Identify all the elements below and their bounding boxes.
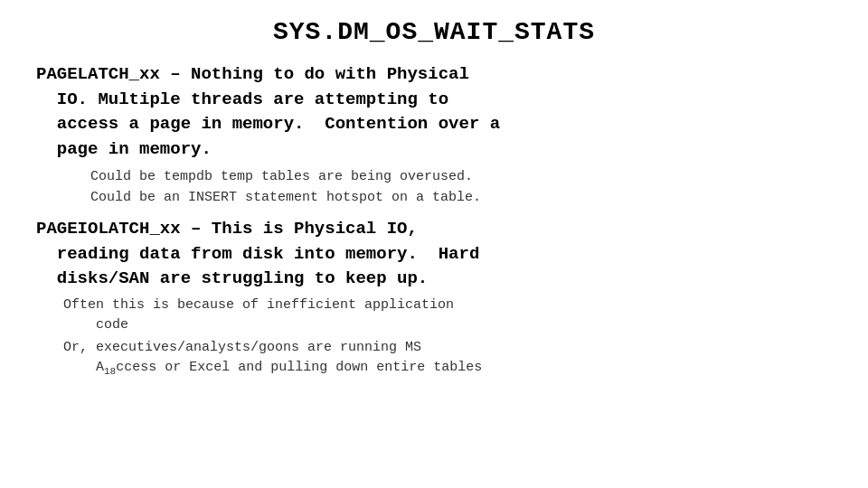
page-number-inline: 18 [104, 366, 116, 377]
pageiolatch-section: PAGEIOLATCH_xx – This is Physical IO, re… [36, 217, 832, 380]
pageiolatch-heading: PAGEIOLATCH_xx – This is Physical IO, re… [36, 217, 832, 292]
pagelatch-sub-1: Could be tempdb temp tables are being ov… [90, 167, 832, 188]
pagelatch-sub-2: Could be an INSERT statement hotspot on … [90, 188, 832, 209]
pageiolatch-sub-2: Or, executives/analysts/goons are runnin… [63, 338, 832, 380]
pagelatch-heading: PAGELATCH_xx – Nothing to do with Physic… [36, 62, 832, 162]
pagelatch-section: PAGELATCH_xx – Nothing to do with Physic… [36, 62, 832, 208]
pageiolatch-sub-1: Often this is because of inefficient app… [63, 296, 832, 336]
page-title: SYS.DM_OS_WAIT_STATS [36, 18, 832, 46]
